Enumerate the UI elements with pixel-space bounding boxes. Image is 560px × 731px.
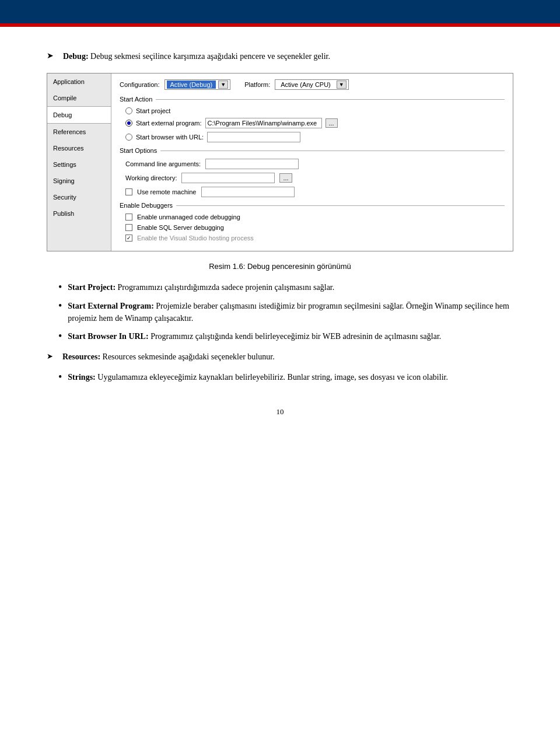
bullet-bold-start-external: Start External Program: [68, 302, 153, 310]
cmdline-row: Command line arguments: [120, 159, 505, 169]
radio-start-browser[interactable] [125, 134, 132, 141]
external-program-input[interactable] [205, 118, 322, 128]
intro-paragraph: ➤ Debug: Debug sekmesi seçilince karşımı… [47, 50, 513, 62]
intro-arrow-icon: ➤ [47, 51, 54, 61]
use-remote-row: Use remote machine [120, 187, 505, 197]
enable-debuggers-section-title: Enable Debuggers [120, 202, 505, 209]
resources-text: Resources: Resources sekmesinde aşağıdak… [62, 351, 275, 363]
bullet-rest-strings: Uygulamamıza ekleyeceğimiz kaynakları be… [96, 373, 448, 382]
radio-start-browser-row: Start browser with URL: [120, 132, 505, 142]
resources-arrow-section: ➤ Resources: Resources sekmesinde aşağıd… [47, 351, 513, 363]
page-number: 10 [47, 407, 513, 417]
vs-properties-panel: Application Compile Debug References Res… [47, 73, 513, 251]
working-dir-row: Working directory: ... [120, 173, 505, 183]
config-row: Configuration: Active (Debug) ▼ Platform… [120, 79, 505, 90]
sidebar-item-signing[interactable]: Signing [47, 173, 111, 189]
bullet-item-strings: • Strings: Uygulamamıza ekleyeceğimiz ka… [47, 371, 513, 384]
radio-start-external-row: Start external program: ... [120, 118, 505, 128]
browser-url-input[interactable] [207, 132, 300, 142]
debug-unmanaged-label: Enable unmanaged code debugging [137, 214, 240, 221]
bullet-dot-strings: • [58, 371, 62, 384]
intro-bold-label: Debug: [63, 52, 89, 61]
use-remote-checkbox[interactable] [125, 188, 132, 195]
platform-select[interactable]: Active (Any CPU) ▼ [275, 79, 349, 90]
bullet-section: • Start Project: Programımızı çalıştırdı… [47, 281, 513, 342]
radio-start-project[interactable] [125, 107, 132, 114]
start-action-section-title: Start Action [120, 96, 505, 103]
intro-rest-text: Debug sekmesi seçilince karşımıza aşağıd… [89, 52, 330, 61]
debug-unmanaged-checkbox[interactable] [125, 214, 132, 221]
start-options-section-title: Start Options [120, 147, 505, 154]
sidebar-item-references[interactable]: References [47, 124, 111, 140]
config-select[interactable]: Active (Debug) ▼ [164, 79, 231, 90]
debug-vs-checkbox[interactable] [125, 235, 132, 242]
vs-sidebar: Application Compile Debug References Res… [47, 74, 111, 251]
remote-machine-input[interactable] [201, 187, 295, 197]
bullet-dot-start-external: • [58, 300, 62, 313]
bullet-rest-start-project: Programımızı çalıştırdığımızda sadece pr… [116, 283, 334, 292]
debug-unmanaged-row: Enable unmanaged code debugging [120, 214, 505, 221]
debug-sql-row: Enable SQL Server debugging [120, 224, 505, 231]
sidebar-item-compile[interactable]: Compile [47, 90, 111, 106]
bullet-bold-start-browser: Start Browser In URL: [68, 332, 148, 341]
vs-main-panel: Configuration: Active (Debug) ▼ Platform… [111, 74, 513, 251]
working-dir-browse-button[interactable]: ... [279, 173, 292, 183]
bullet-item-start-external: • Start External Program: Projemizle ber… [47, 300, 513, 324]
platform-dropdown-arrow[interactable]: ▼ [337, 81, 346, 89]
platform-label: Platform: [244, 81, 270, 88]
radio-start-browser-label: Start browser with URL: [136, 134, 204, 141]
config-dropdown-arrow[interactable]: ▼ [218, 81, 228, 89]
sidebar-item-publish[interactable]: Publish [47, 205, 111, 222]
sidebar-item-resources[interactable]: Resources [47, 140, 111, 156]
sidebar-item-application[interactable]: Application [47, 74, 111, 90]
sidebar-item-settings[interactable]: Settings [47, 156, 111, 173]
bullet-dot-start-browser: • [58, 330, 62, 343]
radio-start-external-label: Start external program: [136, 120, 202, 127]
bullet-text-start-external: Start External Program: Projemizle berab… [68, 300, 513, 324]
config-label: Configuration: [120, 81, 160, 88]
bullet-text-strings: Strings: Uygulamamıza ekleyeceğimiz kayn… [68, 371, 448, 383]
cmdline-input[interactable] [205, 159, 299, 169]
resources-bold: Resources: [62, 352, 100, 361]
radio-start-external[interactable] [125, 120, 132, 127]
top-bar [0, 0, 560, 23]
resources-arrow-icon: ➤ [47, 352, 53, 361]
bullet-text-start-browser: Start Browser In URL: Programımız çalışt… [68, 330, 441, 342]
debug-vs-row: Enable the Visual Studio hosting process [120, 235, 505, 242]
bullet-dot-start-project: • [58, 281, 62, 294]
working-dir-label: Working directory: [125, 174, 177, 181]
intro-text: Debug: Debug sekmesi seçilince karşımıza… [63, 50, 330, 62]
radio-start-project-row: Start project [120, 107, 505, 114]
caption: Resim 1.6: Debug penceresinin görünümü [47, 262, 513, 271]
debug-sql-checkbox[interactable] [125, 224, 132, 231]
bullet-item-start-project: • Start Project: Programımızı çalıştırdı… [47, 281, 513, 294]
use-remote-label: Use remote machine [137, 188, 197, 195]
sidebar-item-debug[interactable]: Debug [47, 106, 111, 124]
bullet-text-start-project: Start Project: Programımızı çalıştırdığı… [68, 281, 334, 293]
config-select-value: Active (Debug) [167, 81, 216, 89]
radio-start-project-label: Start project [136, 107, 170, 114]
bullet-bold-start-project: Start Project: [68, 283, 116, 292]
bullet-rest-start-browser: Programımız çalıştığında kendi belirleye… [149, 332, 442, 341]
sidebar-item-security[interactable]: Security [47, 189, 111, 205]
debug-vs-label: Enable the Visual Studio hosting process [137, 235, 254, 242]
bullet-item-start-browser: • Start Browser In URL: Programımız çalı… [47, 330, 513, 343]
cmdline-label: Command line arguments: [125, 160, 201, 167]
bullet-bold-strings: Strings: [68, 373, 95, 382]
platform-select-value: Active (Any CPU) [277, 81, 334, 89]
working-dir-input[interactable] [181, 173, 275, 183]
debug-sql-label: Enable SQL Server debugging [137, 224, 224, 231]
external-program-browse-button[interactable]: ... [326, 118, 338, 128]
page-content: ➤ Debug: Debug sekmesi seçilince karşımı… [0, 27, 560, 452]
resources-rest: Resources sekmesinde aşağıdaki seçenekle… [100, 352, 275, 361]
